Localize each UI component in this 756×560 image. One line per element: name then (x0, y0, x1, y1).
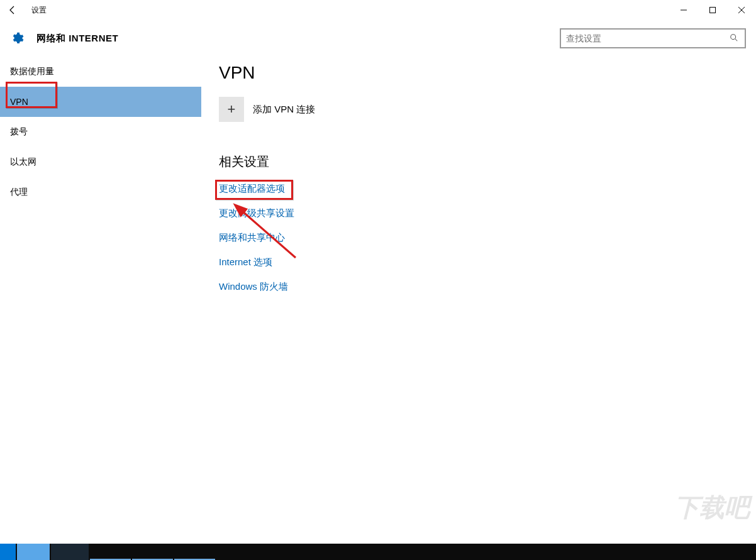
search-icon (730, 33, 740, 43)
sidebar-item-label: 代理 (10, 187, 28, 198)
sidebar-item-label: 以太网 (10, 156, 36, 168)
sidebar-item-label: VPN (10, 97, 28, 107)
add-vpn-label: 添加 VPN 连接 (253, 104, 315, 116)
back-button[interactable] (0, 0, 25, 20)
taskbar-item[interactable] (90, 544, 131, 560)
settings-window: 设置 网络和 INTERNET (0, 0, 756, 544)
link-network-sharing-center[interactable]: 网络和共享中心 (219, 232, 285, 244)
window-title: 设置 (25, 5, 47, 16)
taskbar-start[interactable] (0, 544, 16, 560)
maximize-button[interactable] (698, 0, 727, 20)
related-settings-title: 相关设置 (219, 153, 738, 170)
page-title: VPN (219, 63, 738, 83)
taskbar-item[interactable] (174, 544, 215, 560)
svg-rect-1 (710, 8, 716, 13)
sidebar-item-data-usage[interactable]: 数据使用量 (0, 57, 201, 87)
taskbar-item[interactable] (51, 544, 89, 560)
sidebar-item-ethernet[interactable]: 以太网 (0, 147, 201, 177)
plus-icon: + (219, 97, 244, 122)
taskbar-item[interactable] (17, 544, 50, 560)
add-vpn-row[interactable]: + 添加 VPN 连接 (219, 97, 738, 122)
body-area: 数据使用量 VPN 拨号 以太网 代理 VPN + 添加 VPN 连接 相关设置… (0, 57, 756, 544)
titlebar-left: 设置 (0, 0, 47, 20)
gear-icon (10, 31, 24, 45)
link-adapter-options[interactable]: 更改适配器选项 (219, 183, 285, 195)
search-box[interactable] (560, 28, 746, 48)
titlebar: 设置 (0, 0, 756, 20)
link-advanced-sharing[interactable]: 更改高级共享设置 (219, 207, 294, 219)
close-button[interactable] (727, 0, 756, 20)
search-input[interactable] (566, 33, 730, 43)
main-content: VPN + 添加 VPN 连接 相关设置 更改适配器选项 更改高级共享设置 网络… (201, 57, 756, 544)
sidebar-item-label: 拨号 (10, 126, 28, 138)
svg-line-5 (735, 39, 738, 41)
sidebar-item-vpn[interactable]: VPN (0, 87, 201, 117)
section-title: 网络和 INTERNET (36, 33, 118, 45)
taskbar[interactable] (0, 544, 756, 560)
svg-point-4 (731, 35, 736, 40)
header-row: 网络和 INTERNET (0, 20, 756, 57)
sidebar-item-dialup[interactable]: 拨号 (0, 117, 201, 147)
link-internet-options[interactable]: Internet 选项 (219, 256, 272, 268)
sidebar: 数据使用量 VPN 拨号 以太网 代理 (0, 57, 201, 544)
taskbar-item[interactable] (132, 544, 173, 560)
minimize-button[interactable] (669, 0, 698, 20)
window-controls (669, 0, 756, 20)
link-windows-firewall[interactable]: Windows 防火墙 (219, 281, 288, 293)
sidebar-item-label: 数据使用量 (10, 66, 54, 77)
sidebar-item-proxy[interactable]: 代理 (0, 177, 201, 207)
